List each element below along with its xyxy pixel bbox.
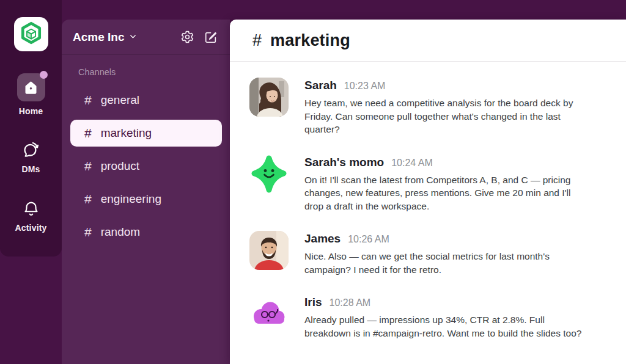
channel-header: # marketing: [230, 20, 626, 62]
avatar-james[interactable]: [249, 231, 289, 270]
home-icon: [23, 79, 39, 96]
settings-gear-icon[interactable]: [180, 30, 194, 44]
chevron-down-icon: [129, 32, 137, 43]
message-row: James 10:26 AM Nice. Also — can we get t…: [249, 231, 608, 276]
avatar-sarah[interactable]: [249, 78, 289, 117]
hash-icon: #: [84, 93, 92, 107]
channel-main-pane: # marketing: [230, 20, 626, 364]
dms-label: DMs: [21, 164, 40, 174]
activity-label: Activity: [15, 223, 46, 233]
rail-panel: Home DMs Activity: [0, 0, 62, 257]
message-author[interactable]: James: [304, 232, 341, 246]
message-author[interactable]: Iris: [304, 296, 322, 309]
channel-name: general: [101, 93, 139, 107]
channels-section-label: Channels: [78, 67, 230, 77]
channel-list: # general # marketing # product # engine…: [62, 87, 230, 246]
home-label: Home: [19, 106, 43, 116]
rail-dms-button[interactable]: DMs: [21, 140, 40, 174]
home-notification-dot: [40, 71, 48, 79]
workspace-switcher-button[interactable]: Acme Inc: [73, 31, 180, 44]
message-timestamp: 10:28 AM: [330, 297, 371, 308]
hash-icon: #: [84, 159, 92, 173]
message-text: Hey team, we need a competitive analysis…: [304, 96, 591, 136]
dms-icon: [21, 140, 40, 159]
channel-title: marketing: [270, 31, 350, 50]
message-timestamp: 10:24 AM: [391, 158, 433, 169]
activity-bell-icon: [22, 200, 40, 218]
avatar-momo-green-star[interactable]: [249, 155, 289, 194]
channel-name: random: [101, 225, 140, 239]
message-row: Sarah's momo 10:24 AM On it! I'll scan t…: [249, 155, 608, 213]
message-row: Sarah 10:23 AM Hey team, we need a compe…: [249, 78, 608, 136]
channel-item-random[interactable]: # random: [70, 219, 222, 246]
workspace-header: Acme Inc: [62, 20, 230, 55]
channel-sidebar: Acme Inc Channels: [62, 20, 230, 364]
message-text: On it! I'll scan the latest from Competi…: [304, 173, 591, 213]
hash-icon: #: [84, 192, 92, 206]
message-list: Sarah 10:23 AM Hey team, we need a compe…: [230, 62, 626, 340]
hash-icon: #: [84, 126, 92, 140]
hash-icon: #: [84, 225, 92, 239]
home-tile: [17, 73, 45, 101]
channel-item-marketing[interactable]: # marketing: [70, 120, 222, 147]
channel-name: engineering: [101, 192, 161, 206]
channel-item-general[interactable]: # general: [70, 87, 222, 114]
message-row: Iris 10:28 AM Already pulled — impressio…: [249, 294, 608, 340]
channel-name: marketing: [101, 126, 152, 140]
workspace-logo-button[interactable]: [14, 17, 48, 51]
message-author[interactable]: Sarah: [304, 79, 337, 92]
channel-name: product: [101, 159, 139, 173]
avatar-iris-purple-cloud[interactable]: [249, 294, 289, 333]
workspace-name: Acme Inc: [73, 31, 124, 44]
message-timestamp: 10:26 AM: [348, 234, 389, 245]
message-text: Nice. Also — can we get the social metri…: [304, 250, 591, 276]
channel-item-engineering[interactable]: # engineering: [70, 186, 222, 213]
compose-icon[interactable]: [204, 31, 218, 44]
message-text: Already pulled — impressions up 34%, CTR…: [304, 313, 591, 340]
rail-home-button[interactable]: Home: [17, 73, 45, 116]
rail-activity-button[interactable]: Activity: [15, 200, 46, 233]
green-cube-logo-icon: [19, 21, 43, 48]
message-author[interactable]: Sarah's momo: [304, 156, 384, 169]
app-rail: Home DMs Activity: [0, 0, 62, 364]
message-timestamp: 10:23 AM: [344, 81, 386, 92]
channel-item-product[interactable]: # product: [70, 153, 222, 180]
hash-icon: #: [252, 31, 262, 50]
